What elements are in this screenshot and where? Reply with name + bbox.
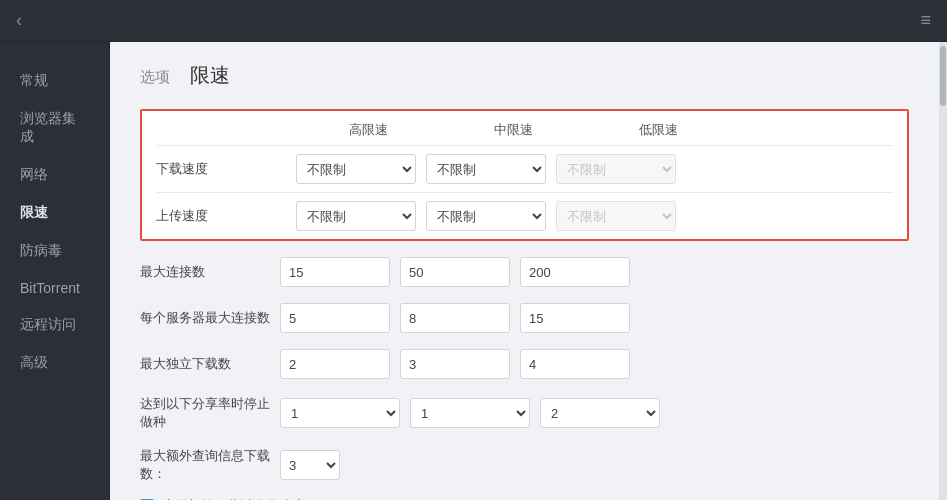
server-connections-low[interactable] bbox=[520, 303, 630, 333]
max-downloads-row: 最大独立下载数 bbox=[140, 341, 909, 387]
upload-speed-low-select[interactable]: 不限制 bbox=[556, 201, 676, 231]
download-speed-low-select[interactable]: 不限制 bbox=[556, 154, 676, 184]
sidebar-item-remote[interactable]: 远程访问 bbox=[0, 306, 109, 344]
scrollbar-thumb[interactable] bbox=[940, 46, 946, 106]
enable-extra-row: 启用额外下载以优化速度 bbox=[140, 491, 909, 500]
max-connections-mid[interactable] bbox=[400, 257, 510, 287]
sidebar-item-network[interactable]: 网络 bbox=[0, 156, 109, 194]
download-speed-label: 下载速度 bbox=[156, 160, 296, 178]
max-downloads-label: 最大独立下载数 bbox=[140, 355, 280, 373]
col-header-low: 低限速 bbox=[586, 121, 731, 139]
speed-section: 高限速 中限速 低限速 下载速度 不限制 不限制 bbox=[140, 109, 909, 241]
max-metadata-row: 最大额外查询信息下载数： 31245 bbox=[140, 439, 909, 491]
server-connections-inputs bbox=[280, 303, 630, 333]
server-connections-high[interactable] bbox=[280, 303, 390, 333]
max-downloads-mid[interactable] bbox=[400, 349, 510, 379]
download-speed-high-select[interactable]: 不限制 bbox=[296, 154, 416, 184]
sidebar-item-bittorrent[interactable]: BitTorrent bbox=[0, 270, 109, 306]
download-speed-row: 下载速度 不限制 不限制 不限制 bbox=[156, 145, 893, 192]
max-metadata-controls: 31245 bbox=[280, 450, 340, 480]
sidebar-item-advanced[interactable]: 高级 bbox=[0, 344, 109, 382]
back-button[interactable]: ‹ bbox=[16, 10, 22, 31]
share-ratio-label: 达到以下分享率时停止做种 bbox=[140, 395, 280, 431]
server-connections-label: 每个服务器最大连接数 bbox=[140, 309, 280, 327]
max-metadata-label: 最大额外查询信息下载数： bbox=[140, 447, 280, 483]
server-connections-row: 每个服务器最大连接数 bbox=[140, 295, 909, 341]
upload-speed-high-select[interactable]: 不限制 bbox=[296, 201, 416, 231]
col-header-mid: 中限速 bbox=[441, 121, 586, 139]
max-connections-label: 最大连接数 bbox=[140, 263, 280, 281]
share-ratio-row: 达到以下分享率时停止做种 12 12 21 bbox=[140, 387, 909, 439]
scrollbar-track[interactable] bbox=[939, 42, 947, 500]
settings-content: 高限速 中限速 低限速 下载速度 不限制 不限制 bbox=[110, 99, 939, 500]
upload-speed-label: 上传速度 bbox=[156, 207, 296, 225]
col-header-high: 高限速 bbox=[296, 121, 441, 139]
sidebar-item-browser[interactable]: 浏览器集成 bbox=[0, 100, 109, 156]
max-downloads-inputs bbox=[280, 349, 630, 379]
max-connections-low[interactable] bbox=[520, 257, 630, 287]
menu-button[interactable]: ≡ bbox=[920, 10, 931, 31]
page-title: 限速 bbox=[190, 62, 230, 89]
max-connections-inputs bbox=[280, 257, 630, 287]
download-speed-controls: 不限制 不限制 不限制 bbox=[296, 154, 676, 184]
sidebar: 常规 浏览器集成 网络 限速 防病毒 BitTorrent 远程访问 高级 bbox=[0, 42, 110, 500]
content-area: 选项 限速 高限速 中限速 低限速 下载速度 bbox=[110, 42, 939, 500]
download-speed-mid-select[interactable]: 不限制 bbox=[426, 154, 546, 184]
share-ratio-high-select[interactable]: 12 bbox=[280, 398, 400, 428]
max-metadata-select[interactable]: 31245 bbox=[280, 450, 340, 480]
sidebar-item-general[interactable]: 常规 bbox=[0, 62, 109, 100]
server-connections-mid[interactable] bbox=[400, 303, 510, 333]
max-connections-row: 最大连接数 bbox=[140, 249, 909, 295]
share-ratio-mid-select[interactable]: 12 bbox=[410, 398, 530, 428]
column-headers: 高限速 中限速 低限速 bbox=[156, 111, 893, 145]
upload-speed-controls: 不限制 不限制 不限制 bbox=[296, 201, 676, 231]
top-bar: ‹ ≡ bbox=[0, 0, 947, 42]
upload-speed-row: 上传速度 不限制 不限制 不限制 bbox=[156, 192, 893, 239]
upload-speed-mid-select[interactable]: 不限制 bbox=[426, 201, 546, 231]
page-header: 选项 限速 bbox=[110, 42, 939, 99]
share-ratio-inputs: 12 12 21 bbox=[280, 398, 660, 428]
share-ratio-low-select[interactable]: 21 bbox=[540, 398, 660, 428]
max-downloads-high[interactable] bbox=[280, 349, 390, 379]
sidebar-item-speed[interactable]: 限速 bbox=[0, 194, 109, 232]
section-title: 选项 bbox=[140, 68, 170, 87]
max-downloads-low[interactable] bbox=[520, 349, 630, 379]
sidebar-item-antivirus[interactable]: 防病毒 bbox=[0, 232, 109, 270]
main-layout: 常规 浏览器集成 网络 限速 防病毒 BitTorrent 远程访问 高级 选项… bbox=[0, 42, 947, 500]
max-connections-high[interactable] bbox=[280, 257, 390, 287]
